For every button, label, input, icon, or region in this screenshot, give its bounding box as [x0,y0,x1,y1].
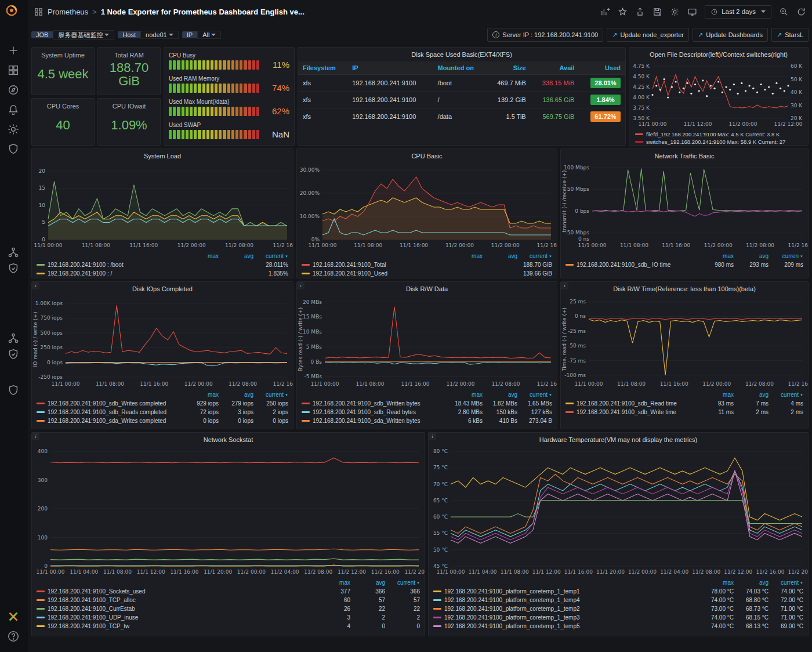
legend-row[interactable]: 192.168.200.241:9100_Total188.70 GiB [302,260,552,269]
stat-title[interactable]: CPU Cores [32,103,94,110]
var-ip-value[interactable]: All [197,31,221,39]
legend-row[interactable]: 192.168.200.241:9100_platform_coretemp_1… [433,587,803,596]
x-app-logo-icon[interactable] [7,610,21,624]
server-admin-shield-icon[interactable] [7,143,21,157]
disk-rw-data-chart[interactable]: -5 MBs0 Bs5 MBs10 MBs15 MBs20 MBs11/1 00… [297,296,557,390]
panel-title[interactable]: Disk Space Used Basic(EXT4/XFS) [298,48,625,61]
var-ip[interactable]: IP All [182,28,222,42]
zoom-out-icon[interactable] [779,7,789,17]
table-header[interactable]: IP [347,61,433,75]
legend-row[interactable]: 192.168.200.241:9100_sdb_Writes complete… [37,399,288,408]
star-icon[interactable] [618,7,628,17]
legend-sort-header[interactable]: avg [483,253,517,259]
link-starsl[interactable]: ↗ StarsL [771,28,809,42]
legend-row[interactable]: 192.168.200.241:9100_sda_Written bytes6 … [302,416,552,425]
legend-row[interactable]: 192.168.200.241:9100_sdb_Write time11 ms… [566,408,803,416]
legend-row[interactable]: 192.168.200.241:9100_sdb_ IO time980 ms2… [566,260,803,269]
legend-sort-header[interactable]: max [699,579,734,586]
breadcrumb-app[interactable]: Prometheus [48,8,88,16]
legend-row[interactable]: 192.168.200.241:9100_sda_Writes complete… [37,416,288,425]
legend-row[interactable]: 192.168.200.241:9100 : /boot28.011% [37,260,288,269]
panel-title[interactable]: Hardware Temperature(VM may not display … [429,433,808,447]
legend-sort-header[interactable]: max [184,253,219,259]
legend-row[interactable]: 192.168.200.241:9100_Used139.66 GiB [302,269,552,278]
dashboards-grid-icon[interactable] [7,64,21,78]
create-plus-icon[interactable] [7,44,21,58]
legend-sort-header[interactable]: avg [219,253,253,259]
disk-rw-time-chart[interactable]: -100 ms-75 ms-50 ms-25 ms0 ns25 ms11/1 0… [561,296,808,390]
panel-title[interactable]: Disk IOps Completed [32,282,293,296]
panel-title[interactable]: Open File Descriptor(left)/Context switc… [629,48,808,61]
link-update-dashboards[interactable]: ↗ Update Dashboards [693,28,768,42]
table-header[interactable]: Size [486,61,531,75]
save-icon[interactable] [652,7,662,17]
time-range-picker[interactable]: Last 2 days [705,5,771,19]
var-host[interactable]: Host node01 [118,28,178,42]
panel-title[interactable]: Disk R/W Data [297,282,557,296]
hardware-temperature-chart[interactable]: 45 °C50 °C55 °C60 °C65 °C70 °C75 °C80 °C… [429,447,808,578]
panel-title[interactable]: CPU Basic [297,149,557,163]
legend-sort-header[interactable]: max [316,579,350,586]
dashboard-settings-gear-icon[interactable] [670,7,680,17]
legend-sort-header[interactable]: avg [350,579,385,586]
var-job[interactable]: JOB 服务器基础监控 [31,28,114,42]
legend-row[interactable]: 192.168.200.241:9100_Sockets_used3773663… [37,587,420,596]
table-header[interactable]: Avail [531,61,579,75]
legend-line[interactable]: switches_192.168.200.241:9100 Max: 58.9 … [635,138,802,145]
panel-info-icon[interactable]: i [561,282,568,289]
panel-info-icon[interactable]: i [297,282,304,289]
panel-info-icon[interactable]: i [32,433,39,440]
var-job-value[interactable]: 服务器基础监控 [53,30,114,40]
network-traffic-chart[interactable]: -50 Mbps0 bps50 Mbps100 Mbps11/1 00:0011… [561,163,808,251]
stat-title[interactable]: Total RAM [98,52,160,59]
legend-row[interactable]: 192.168.200.241:9100_platform_coretemp_1… [433,622,803,631]
disk-iops-chart[interactable]: -250 iops0 iops250 iops500 iops750 iops1… [32,296,293,390]
legend-row[interactable]: 192.168.200.241:9100_TCP_alloc605757 [37,596,420,604]
legend-sort-header[interactable]: current [253,253,288,259]
legend-sort-header[interactable]: avg [734,253,768,259]
legend-sort-header[interactable]: max [448,392,483,398]
share-icon[interactable] [635,7,645,17]
configuration-gear-icon[interactable] [7,123,21,137]
panel-info-icon[interactable]: i [429,433,436,440]
legend-sort-header[interactable]: curren [768,253,803,259]
network-sockstat-chart[interactable]: 010020030040011/1 00:0011/1 04:0011/1 08… [32,447,425,578]
explore-compass-icon[interactable] [7,84,21,97]
table-header[interactable]: Mounted on [433,61,487,75]
legend-sort-header[interactable]: current [253,392,288,398]
legend-sort-header[interactable]: max [184,392,219,398]
panel-title[interactable]: Disk R/W Time(Reference: less than 100ms… [561,282,808,296]
link-update-node-exporter[interactable]: ↗ Update node_exporter [607,28,689,42]
dashboard-title[interactable]: 1 Node Exporter for Prometheus Dashboard… [101,8,304,16]
apps-grid-icon[interactable] [34,7,44,17]
legend-row[interactable]: 192.168.200.241:9100_TCP_tw400 [37,622,420,631]
refresh-icon[interactable] [796,7,806,17]
grafana-logo-icon[interactable] [5,4,23,21]
security-shield-icon[interactable] [7,348,21,362]
legend-row[interactable]: 192.168.200.241:9100_platform_coretemp_1… [433,613,803,622]
stat-title[interactable]: CPU IOwait [98,103,160,110]
legend-row[interactable]: 192.168.200.241:9100_sdb_Reads completed… [37,408,288,416]
legend-sort-header[interactable]: max [448,253,483,259]
legend-row[interactable]: 192.168.200.241:9100_platform_coretemp_1… [433,604,803,613]
table-header[interactable]: Used [579,61,625,75]
alerting-bell-icon[interactable] [7,103,21,117]
legend-sort-header[interactable]: avg [734,579,768,586]
legend-row[interactable]: 192.168.200.241:9100_sdb_Read bytes2.80 … [302,408,552,416]
legend-line[interactable]: filefd_192.168.200.241:9100 Max: 4.5 K C… [635,131,802,138]
tv-kiosk-icon[interactable] [687,7,697,17]
legend-sort-header[interactable]: current [768,392,803,398]
legend-sort-header[interactable]: max [699,392,734,398]
security-shield-icon[interactable] [7,262,21,276]
stat-title[interactable]: System Uptime [32,52,94,59]
legend-sort-header[interactable]: current [517,392,552,398]
help-icon[interactable] [7,630,21,644]
ofd-chart[interactable]: 3.50 K3.75 K4.00 K4.25 K4.50 K4.75 K20 K… [629,61,808,130]
legend-row[interactable]: 192.168.200.241:9100_sdb_Written bytes18… [302,399,552,408]
plugin-icon[interactable] [7,332,21,346]
table-header[interactable]: Filesystem [298,61,347,75]
cpu-basic-chart[interactable]: 0%10.00%20.00%30.00%11/1 00:0011/1 08:00… [297,163,557,251]
legend-row[interactable]: 192.168.200.241:9100_platform_coretemp_1… [433,596,803,604]
legend-row[interactable]: 192.168.200.241:9100_UDP_inuse322 [37,613,420,622]
security-shield-icon[interactable] [7,384,21,398]
